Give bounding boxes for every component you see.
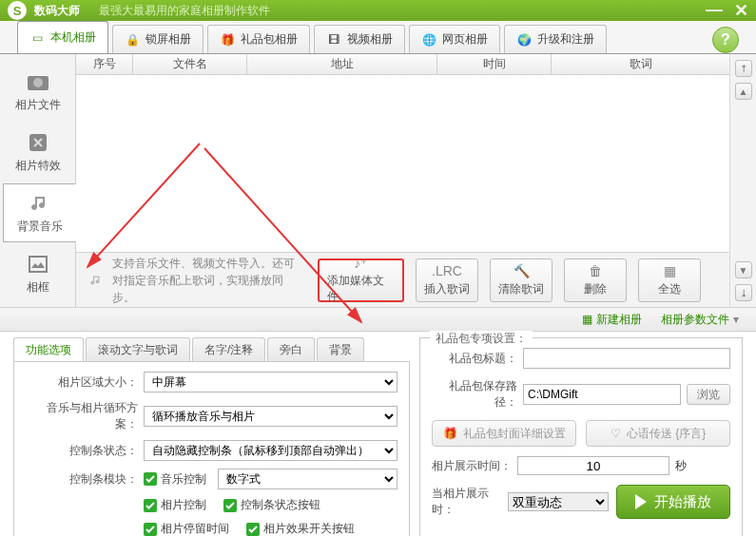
tab-scrolltext-lyric[interactable]: 滚动文字与歌词 [86,337,190,361]
minimize-button[interactable]: — [706,0,723,21]
sidebar-item-photo-effects[interactable]: 相片特效 [3,123,72,182]
heart-icon: ♡ [611,427,621,440]
th-index[interactable]: 序号 [76,54,133,74]
display-dur-label: 相片展示时间： [432,458,512,474]
delete-button[interactable]: 🗑删除 [564,258,627,302]
music-ctrl-style-select[interactable]: 数字式 [218,469,397,489]
trash-icon: 🗑 [589,262,602,279]
music-icon [89,267,103,294]
select-all-button[interactable]: ▦全选 [638,258,701,302]
ctrl-select[interactable]: 自动隐藏控制条（鼠标移到顶部自动弹出） [144,440,397,461]
tab-gift-album[interactable]: 🎁礼品包相册 [207,25,310,53]
svg-rect-3 [29,257,47,272]
hammer-icon: 🔨 [514,262,530,279]
tab-local-album[interactable]: ▭本机相册 [17,21,108,53]
start-play-button[interactable]: 开始播放 [616,485,730,519]
option-tabs: 功能选项 滚动文字与歌词 名字/注释 旁白 背景 [13,337,410,362]
svg-point-1 [33,78,43,87]
camera-icon [25,70,51,93]
clear-lyric-button[interactable]: 🔨清除歌词 [490,258,552,302]
scrollbar-buttons: ⤒ ▲ ▼ ⤓ [729,54,756,307]
loop-label: 音乐与相片循环方案： [26,400,138,432]
sidebar: 相片文件 相片特效 背景音乐 相框 [0,54,76,307]
music-plus-icon: ♪⁺ [354,256,367,271]
tab-upgrade-register[interactable]: 🌍升级和注册 [504,25,607,53]
mod-label: 控制条模块： [26,471,138,488]
tip-text: 支持音乐文件、视频文件导入。还可对指定音乐配上歌词，实现播放同步。 [89,255,306,306]
grid-icon: ▦ [664,262,676,279]
tab-video-album[interactable]: 🎞视频相册 [314,25,405,53]
th-time[interactable]: 时间 [437,54,552,74]
scroll-bottom-button[interactable]: ⤓ [735,284,752,301]
scroll-down-button[interactable]: ▼ [735,261,752,278]
effects-icon [25,131,51,154]
frame-icon [25,253,51,276]
tab-web-album[interactable]: 🌐网页相册 [409,25,500,53]
world-icon: 🌍 [516,32,532,48]
chk-photo-ctrl[interactable]: 相片控制 [144,497,206,513]
table-body[interactable] [76,75,729,252]
chk-ctrl-state-btn[interactable]: 控制条状态按钮 [223,497,320,513]
gift-cover-button[interactable]: 🎁礼品包封面详细设置 [432,420,576,447]
new-album-link[interactable]: ▦新建相册 [582,312,642,328]
gift-legend: 礼品包专项设置： [430,331,533,347]
album-param-link[interactable]: 相册参数文件▾ [661,312,739,328]
monitor-icon: ▭ [29,30,45,46]
browse-button[interactable]: 浏览 [687,384,730,405]
display-dur-input[interactable] [517,456,669,475]
app-subtitle: 最强大最易用的家庭相册制作软件 [99,3,270,19]
th-filename[interactable]: 文件名 [133,54,247,74]
gift-icon: 🎁 [220,32,235,48]
play-icon [635,494,647,509]
tab-background[interactable]: 背景 [317,337,364,361]
help-button[interactable]: ? [712,27,739,53]
gift-settings-panel: 礼品包专项设置： 礼品包标题： 礼品包保存路径：浏览 🎁礼品包封面详细设置 ♡心… [419,337,743,536]
lrc-icon: .LRC [432,262,462,279]
photo-size-select[interactable]: 中屏幕 [144,372,397,392]
add-media-button[interactable]: ♪⁺添加媒体文件 [318,258,404,302]
scroll-top-button[interactable]: ⤒ [735,60,752,77]
heart-msg-button[interactable]: ♡心语传送 {序言} [586,420,730,447]
tab-narration[interactable]: 旁白 [267,337,315,361]
tab-function-options[interactable]: 功能选项 [13,337,84,361]
close-button[interactable]: ✕ [734,0,748,21]
ctrl-label: 控制条状态： [26,443,138,459]
sidebar-item-bg-music[interactable]: 背景音乐 [3,183,76,242]
loop-select[interactable]: 循环播放音乐与相片 [144,406,397,427]
gift-title-input[interactable] [523,348,730,369]
sidebar-item-frame[interactable]: 相框 [3,244,72,303]
lock-icon: 🔒 [125,32,140,48]
display-mode-label: 当相片展示时： [432,486,502,518]
music-icon [27,192,53,215]
chk-music-ctrl[interactable]: 音乐控制 [144,469,206,489]
app-title: 数码大师 [34,3,80,19]
table-header: 序号 文件名 地址 时间 歌词 [76,54,729,75]
sidebar-item-photo-files[interactable]: 相片文件 [3,62,72,121]
gift-path-label: 礼品包保存路径： [432,378,517,411]
photo-size-label: 相片区域大小： [26,374,138,391]
chk-photo-duration[interactable]: 相片停留时间 [144,521,229,536]
chk-photo-fx-toggle[interactable]: 相片效果开关按钮 [246,521,355,536]
scroll-up-button[interactable]: ▲ [735,83,752,100]
display-mode-select[interactable]: 双重动态 [508,492,609,511]
app-logo: S [8,1,27,20]
th-path[interactable]: 地址 [247,54,437,74]
titlebar: S 数码大师 最强大最易用的家庭相册制作软件 — ✕ [0,0,756,21]
chevron-down-icon: ▾ [733,313,739,326]
tab-name-note[interactable]: 名字/注释 [192,337,265,361]
plus-icon: ▦ [582,313,592,326]
gift-title-label: 礼品包标题： [432,351,517,367]
gift-icon: 🎁 [443,427,457,440]
display-dur-unit: 秒 [675,458,687,474]
tab-lockscreen-album[interactable]: 🔒锁屏相册 [112,25,204,53]
media-toolbar: 支持音乐文件、视频文件导入。还可对指定音乐配上歌词，实现播放同步。 ♪⁺添加媒体… [76,252,729,307]
main-tab-row: ▭本机相册 🔒锁屏相册 🎁礼品包相册 🎞视频相册 🌐网页相册 🌍升级和注册 ? [0,21,756,53]
globe-icon: 🌐 [421,32,436,48]
th-lyric[interactable]: 歌词 [552,54,729,74]
film-icon: 🎞 [326,32,341,48]
insert-lyric-button[interactable]: .LRC插入歌词 [416,258,478,302]
gift-path-input[interactable] [523,384,681,405]
